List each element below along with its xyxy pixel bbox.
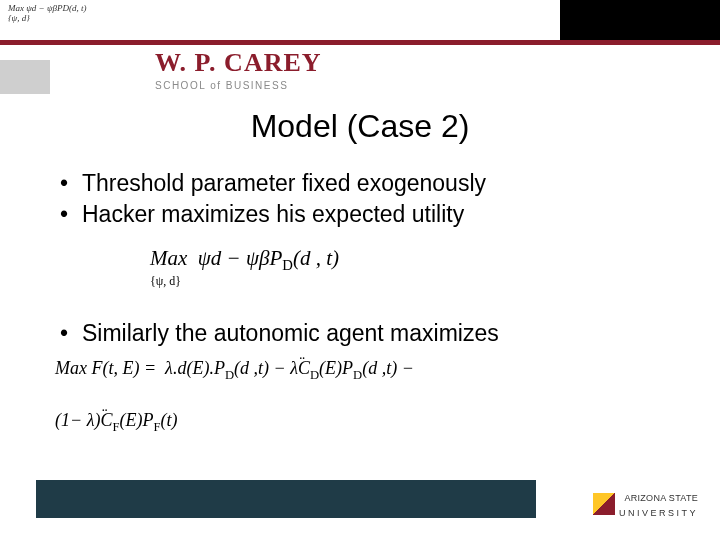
bullet-item: • Hacker maximizes his expected utility — [60, 199, 680, 230]
formula-main: Max ψd − ψβPD(d , t) — [150, 246, 339, 270]
formula-subscript: {ψ, d} — [150, 274, 339, 289]
bullet-text: Threshold parameter fixed exogenously — [82, 168, 486, 199]
bullet-text: Hacker maximizes his expected utility — [82, 199, 464, 230]
corner-formula-line2: {ψ, d} — [8, 13, 30, 23]
header-grey-block — [0, 60, 50, 94]
formula-line2: (1− λ)CF(E)PF(t) — [55, 404, 414, 438]
wpcarey-logo-sub: SCHOOL of BUSINESS — [155, 80, 385, 91]
header-red-line — [0, 40, 720, 45]
header-black-bar — [560, 0, 720, 40]
wpcarey-logo: W. P. CAREY SCHOOL of BUSINESS — [155, 48, 385, 91]
bullet-dot-icon: • — [60, 318, 82, 349]
formula-line1: Max F(t, E) = λ.d(E).PD(d ,t) − λCD(E)PD… — [55, 358, 414, 378]
asu-sunburst-icon — [593, 493, 615, 515]
bullet-item: • Similarly the autonomic agent maximize… — [60, 318, 680, 349]
bullet-item: • Threshold parameter fixed exogenously — [60, 168, 680, 199]
asu-logo: ARIZONA STATE UNIVERSITY — [568, 489, 698, 518]
bullet-text: Similarly the autonomic agent maximizes — [82, 318, 499, 349]
footer-bar — [36, 480, 536, 518]
asu-text-top: ARIZONA STATE — [624, 493, 698, 503]
corner-formula-line1: Max ψd − ψβPD(d, t) — [8, 3, 86, 13]
wpcarey-logo-main: W. P. CAREY — [155, 48, 385, 78]
asu-logo-text: ARIZONA STATE UNIVERSITY — [619, 489, 698, 518]
slide-title: Model (Case 2) — [0, 108, 720, 145]
bullet-list-2: • Similarly the autonomic agent maximize… — [60, 318, 680, 349]
hacker-max-formula: Max ψd − ψβPD(d , t) {ψ, d} — [150, 246, 339, 289]
asu-text-bottom: UNIVERSITY — [619, 508, 698, 518]
bullet-dot-icon: • — [60, 168, 82, 199]
corner-formula: Max ψd − ψβPD(d, t) {ψ, d} — [8, 4, 86, 24]
bullet-list-1: • Threshold parameter fixed exogenously … — [60, 168, 680, 230]
bullet-dot-icon: • — [60, 199, 82, 230]
agent-max-formula: Max F(t, E) = λ.d(E).PD(d ,t) − λCD(E)PD… — [55, 352, 414, 439]
